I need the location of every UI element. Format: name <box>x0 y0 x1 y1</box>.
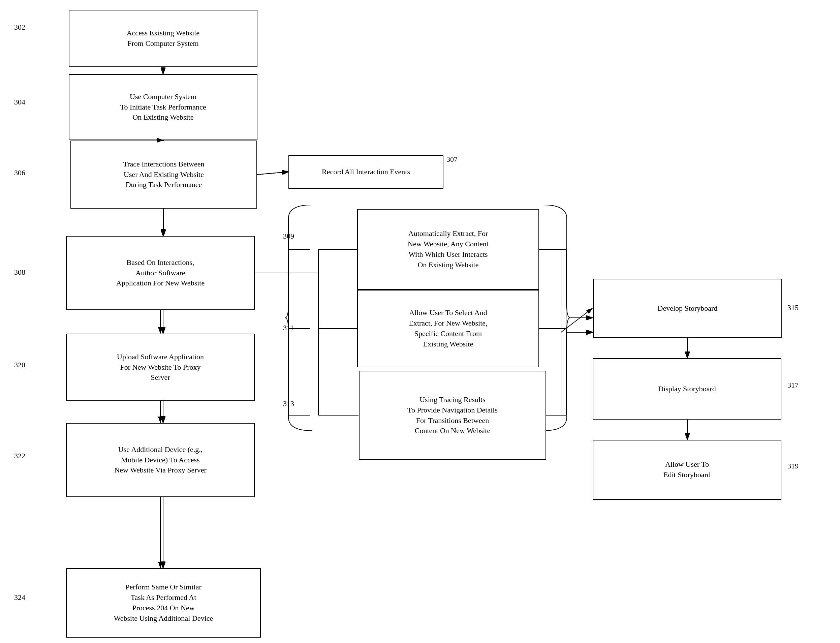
box-320-text: Upload Software Application For New Webs… <box>117 352 204 383</box>
box-306-text: Trace Interactions Between User And Exis… <box>123 159 204 190</box>
box-319: Allow User To Edit Storyboard <box>593 440 781 500</box>
label-320: 320 <box>14 361 25 369</box>
box-322: Use Additional Device (e.g., Mobile Devi… <box>66 423 255 497</box>
box-304: Use Computer System To Initiate Task Per… <box>69 74 258 140</box>
box-320: Upload Software Application For New Webs… <box>66 334 255 401</box>
label-324: 324 <box>14 593 25 602</box>
box-324-text: Perform Same Or Similar Task As Performe… <box>114 582 213 623</box>
box-317-text: Display Storyboard <box>658 384 716 394</box>
label-302: 302 <box>14 23 25 32</box>
svg-line-28 <box>257 172 288 175</box>
label-322: 322 <box>14 452 25 460</box>
label-304: 304 <box>14 98 25 106</box>
box-317: Display Storyboard <box>593 358 781 419</box>
svg-line-3 <box>257 172 288 175</box>
box-322-text: Use Additional Device (e.g., Mobile Devi… <box>114 444 207 475</box>
box-311: Allow User To Select And Extract, For Ne… <box>357 290 539 367</box>
label-309: 309 <box>283 232 294 241</box>
box-308-text: Based On Interactions, Author Software A… <box>116 258 204 289</box>
label-319: 319 <box>788 462 799 470</box>
box-306: Trace Interactions Between User And Exis… <box>70 140 257 209</box>
diagram-container: 302 304 306 307 308 309 311 313 315 317 … <box>0 0 840 643</box>
label-308: 308 <box>14 268 25 277</box>
box-315: Develop Storyboard <box>593 279 782 338</box>
box-307-text: Record All Interaction Events <box>322 167 410 177</box>
label-306: 306 <box>14 168 25 177</box>
box-307: Record All Interaction Events <box>289 155 444 189</box>
label-315: 315 <box>788 303 799 312</box>
box-319-text: Allow User To Edit Storyboard <box>664 459 711 480</box>
box-308: Based On Interactions, Author Software A… <box>66 236 255 310</box>
box-324: Perform Same Or Similar Task As Performe… <box>66 568 261 638</box>
label-317: 317 <box>788 381 799 390</box>
box-311-text: Allow User To Select And Extract, For Ne… <box>409 308 487 349</box>
label-307: 307 <box>447 155 458 164</box>
box-302-text: Access Existing Website From Computer Sy… <box>127 28 200 49</box>
box-304-text: Use Computer System To Initiate Task Per… <box>120 91 206 123</box>
label-313: 313 <box>283 399 294 408</box>
box-302: Access Existing Website From Computer Sy… <box>69 10 258 67</box>
box-313: Using Tracing Results To Provide Navigat… <box>359 371 546 460</box>
box-313-text: Using Tracing Results To Provide Navigat… <box>407 395 497 436</box>
label-311: 311 <box>283 323 294 332</box>
box-309: Automatically Extract, For New Website, … <box>357 209 539 290</box>
box-315-text: Develop Storyboard <box>658 303 718 314</box>
box-309-text: Automatically Extract, For New Website, … <box>408 228 489 270</box>
